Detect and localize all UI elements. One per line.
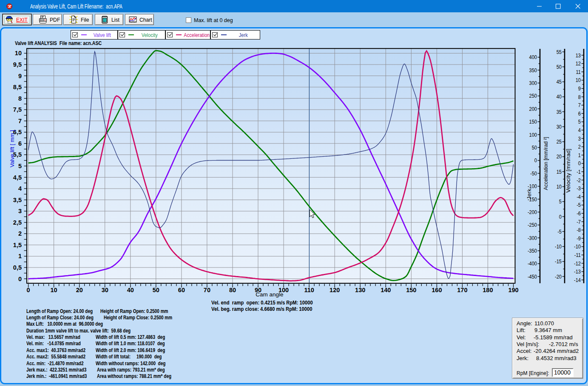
svg-text:45: 45 [557,79,562,85]
svg-text:6: 6 [578,110,581,117]
svg-text:110: 110 [304,287,314,293]
svg-text:-10: -10 [574,243,581,250]
svg-text:7,5: 7,5 [13,106,22,113]
svg-text:350: 350 [529,67,537,73]
svg-text:-450: -450 [528,273,537,280]
svg-text:-50: -50 [530,170,537,177]
svg-text:50: 50 [153,287,159,293]
svg-text:-250: -250 [528,222,537,228]
svg-text:5: 5 [559,198,562,205]
svg-text:1: 1 [18,253,22,259]
svg-text:-200: -200 [528,209,537,215]
svg-text:3: 3 [578,135,581,142]
svg-text:4,5: 4,5 [13,174,22,181]
svg-text:25: 25 [557,138,562,145]
svg-text:1,5: 1,5 [13,242,22,248]
svg-text:-3: -3 [577,185,581,192]
svg-text:-400: -400 [528,261,537,267]
svg-text:30: 30 [102,287,108,293]
svg-text:-12: -12 [574,260,581,267]
svg-text:3: 3 [18,208,22,214]
svg-text:0: 0 [578,160,581,166]
svg-text:2,5: 2,5 [13,219,22,226]
svg-text:6: 6 [18,140,22,147]
svg-text:7: 7 [18,118,22,124]
svg-text:0: 0 [18,276,22,282]
svg-text:30: 30 [557,124,562,130]
svg-text:9: 9 [18,73,22,79]
svg-text:4: 4 [578,127,581,133]
svg-text:8: 8 [18,95,22,102]
svg-text:-11: -11 [574,252,581,258]
svg-text:Jerk: Jerk [526,189,532,200]
svg-text:12: 12 [576,60,581,67]
svg-text:9: 9 [578,85,581,92]
svg-text:-100: -100 [528,183,537,189]
svg-text:-20: -20 [555,273,562,280]
svg-text:130: 130 [355,287,365,293]
svg-text:1: 1 [578,152,581,158]
svg-text:140: 140 [381,287,391,293]
svg-text:150: 150 [406,287,416,293]
svg-text:-300: -300 [528,235,537,241]
svg-text:9,5: 9,5 [13,61,22,68]
svg-text:-5: -5 [557,228,562,235]
svg-text:-6: -6 [577,210,581,217]
svg-text:13: 13 [576,52,581,59]
svg-text:60: 60 [178,287,185,293]
svg-text:0,5: 0,5 [13,264,22,271]
svg-text:170: 170 [457,287,467,293]
svg-text:5: 5 [578,118,581,125]
svg-text:15: 15 [557,169,562,175]
svg-text:-2: -2 [577,177,581,183]
svg-text:10: 10 [15,50,22,56]
svg-text:120: 120 [330,287,340,293]
svg-text:80: 80 [229,287,236,293]
svg-text:40: 40 [557,94,562,100]
svg-text:300: 300 [529,80,537,86]
svg-text:Valve lift [ mm ]: Valve lift [ mm ] [9,130,15,167]
svg-text:20: 20 [76,287,83,293]
svg-text:0: 0 [27,287,30,293]
svg-text:5: 5 [18,163,22,169]
svg-text:10: 10 [557,183,562,190]
svg-text:4: 4 [18,185,22,192]
svg-text:-10: -10 [555,243,562,250]
svg-text:20: 20 [557,154,562,160]
svg-text:-1: -1 [577,169,581,175]
svg-text:150: 150 [529,118,537,125]
svg-text:35: 35 [557,109,562,115]
svg-text:10: 10 [51,287,57,293]
svg-text:200: 200 [529,106,537,112]
svg-text:-13: -13 [574,268,581,275]
svg-text:-350: -350 [528,248,537,254]
svg-text:8: 8 [578,94,581,100]
svg-text:-7: -7 [577,219,581,225]
svg-text:55: 55 [557,49,562,55]
svg-text:-5: -5 [577,202,581,208]
svg-text:7: 7 [578,102,581,108]
svg-text:-4: -4 [577,194,581,200]
svg-text:250: 250 [529,93,537,99]
svg-text:-8: -8 [577,227,581,233]
svg-text:0: 0 [534,157,537,163]
svg-text:-15: -15 [555,258,562,265]
svg-text:2: 2 [578,144,581,150]
svg-text:Acceleration [mm/rad ²]: Acceleration [mm/rad ²] [542,137,549,190]
svg-text:-9: -9 [577,235,581,242]
svg-text:70: 70 [204,287,210,293]
svg-text:Cam angle: Cam angle [256,291,283,298]
svg-text:0: 0 [559,214,562,220]
svg-text:-14: -14 [574,277,581,283]
svg-text:180: 180 [483,287,493,293]
svg-text:11: 11 [576,69,581,75]
svg-text:400: 400 [529,54,537,60]
svg-text:50: 50 [557,64,562,70]
svg-text:2: 2 [18,230,22,237]
svg-text:Velocity [mm/rad]: Velocity [mm/rad] [565,149,571,193]
svg-text:100: 100 [529,132,537,138]
svg-text:3,5: 3,5 [13,197,22,203]
svg-text:8,5: 8,5 [13,84,22,90]
svg-text:160: 160 [432,287,442,293]
svg-text:40: 40 [127,287,134,293]
